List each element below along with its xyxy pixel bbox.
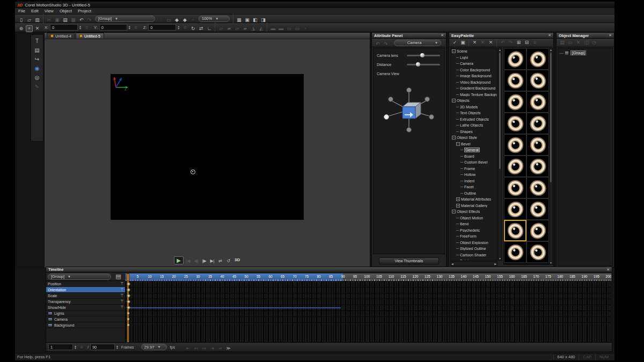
style-thumbnail-15[interactable]	[526, 198, 549, 220]
tree-item-cartoon-shader[interactable]: Cartoon Shader	[451, 252, 497, 258]
y-keyframe-icon[interactable]: ≡	[133, 24, 140, 31]
pin-icon[interactable]: ⊤	[120, 282, 123, 286]
tree-item-color-background[interactable]: Color Background	[451, 67, 497, 73]
tree-item-scene[interactable]: −Scene	[451, 48, 497, 55]
track-camera[interactable]: Camera	[46, 316, 125, 322]
paint-object-icon[interactable]: ◆	[173, 17, 180, 24]
tree-item-facet[interactable]: Facet	[451, 184, 497, 190]
tree-item-video-background[interactable]: Video Background	[451, 79, 497, 86]
attribute-category-dropdown[interactable]: Camera ▼	[394, 40, 441, 46]
slider-thumb[interactable]	[420, 53, 425, 57]
style-thumbnail-12[interactable]	[504, 177, 526, 198]
space-h-icon[interactable]: ▭	[286, 25, 292, 32]
timeline-grid[interactable]	[126, 281, 611, 342]
collapse-icon[interactable]: −	[452, 210, 456, 213]
next-attribute-icon[interactable]: ↷	[382, 41, 389, 48]
tree-item-frame[interactable]: Frame	[451, 166, 497, 172]
object-pick-cursor[interactable]	[191, 169, 195, 174]
align-top-icon[interactable]: ▰	[241, 25, 248, 32]
fps-dropdown[interactable]: 29.97▼	[141, 344, 167, 350]
delete-all-icon[interactable]: ✕	[487, 39, 494, 46]
ungroup-icon[interactable]: ▭	[567, 39, 574, 46]
track-lights[interactable]: Lights	[46, 311, 125, 316]
timeline-ruler[interactable]: 5101520253035404550556065707580859095100…	[126, 274, 611, 281]
tree-item-3d-models[interactable]: 3D Models	[451, 104, 497, 110]
track-show-hide[interactable]: Show/Hide⊤	[46, 305, 125, 311]
delete-icon[interactable]: ✕	[575, 39, 582, 46]
collapse-icon[interactable]: −	[456, 142, 460, 146]
prev-key-icon[interactable]: ↤	[193, 345, 200, 352]
toggle-attributes-icon[interactable]: ▤	[115, 273, 122, 280]
timeline-object-dropdown[interactable]: [Group]▼	[48, 274, 111, 280]
track-background[interactable]: Background	[46, 322, 125, 328]
z-input[interactable]: 0	[148, 24, 176, 31]
mode-3d-button[interactable]: 3D	[235, 257, 240, 262]
track-scale[interactable]: Scale⊤	[46, 293, 125, 299]
style-thumbnail-14[interactable]	[504, 198, 526, 220]
tree-item-text-objects[interactable]: Text Objects	[451, 110, 497, 116]
link-object-icon[interactable]: ◌	[157, 17, 164, 24]
close-icon[interactable]: ✕	[606, 268, 610, 272]
copy-icon[interactable]: ▣	[54, 17, 61, 24]
rotate-cw-icon[interactable]: ↻	[189, 25, 196, 32]
resize-tool-icon[interactable]: ✕	[34, 25, 41, 32]
tree-item-bend[interactable]: Bend	[451, 221, 497, 227]
undo-icon[interactable]: ↶	[499, 39, 506, 46]
lock-icon[interactable]: ◫	[583, 39, 590, 46]
pin-icon[interactable]: ⊤	[120, 299, 123, 304]
export-icon[interactable]: ⊟	[523, 39, 530, 46]
menu-view[interactable]: View	[45, 9, 54, 13]
style-thumbnail-18[interactable]	[504, 241, 526, 263]
prev-attribute-icon[interactable]: ↶	[374, 41, 381, 48]
camera-lens-slider[interactable]	[407, 55, 440, 56]
paste-icon[interactable]: ▦	[70, 17, 77, 24]
tree-item-camera[interactable]: Camera	[451, 61, 497, 67]
tree-item-general[interactable]: General	[451, 147, 497, 153]
pin-icon[interactable]: ⊤	[120, 293, 123, 298]
next-frame-button[interactable]: |▶	[201, 257, 208, 264]
menu-object[interactable]: Object	[60, 9, 72, 13]
jump-icon[interactable]: ⇒	[217, 345, 224, 352]
style-thumbnail-5[interactable]	[526, 91, 549, 113]
tab-untitled-4[interactable]: Untitled-4	[47, 33, 75, 39]
style-thumbnail-2[interactable]	[504, 70, 526, 91]
keyframe-marker[interactable]	[127, 318, 129, 320]
options-icon[interactable]: ≡	[531, 39, 538, 46]
close-icon[interactable]: ✕	[609, 33, 612, 38]
redo-icon[interactable]: ↷	[507, 39, 514, 46]
style-thumbnail-8[interactable]	[504, 134, 526, 156]
style-thumbnail-0[interactable]	[504, 48, 526, 70]
close-icon[interactable]: ✕	[548, 33, 551, 38]
expand-icon[interactable]: +	[456, 197, 460, 201]
track-transparency[interactable]: Transparency⊤	[46, 299, 125, 305]
style-thumbnail-13[interactable]	[526, 177, 549, 198]
text-tool-icon[interactable]: T	[34, 38, 41, 45]
object-select-dropdown[interactable]: [Group]▼	[95, 16, 155, 22]
pan-tool-icon[interactable]: ⊛	[18, 25, 25, 32]
tree-item-stylized-outline[interactable]: Stylized Outline	[451, 246, 497, 252]
style-thumbnail-17[interactable]	[526, 220, 549, 241]
view-thumbnails-button[interactable]: View Thumbnails	[379, 257, 439, 264]
merge-object-icon[interactable]: ▭	[165, 17, 172, 24]
rotate-axis-icon[interactable]: ⇄	[197, 25, 204, 32]
slider-thumb[interactable]	[416, 62, 420, 67]
keyframe-marker[interactable]	[127, 312, 129, 314]
z-keyframe-icon[interactable]: ≡	[181, 24, 188, 31]
frame-spinner[interactable]: ▲▼	[74, 345, 77, 349]
collapse-icon[interactable]: −	[452, 99, 456, 102]
menu-project[interactable]: Project	[78, 9, 91, 13]
motion-path-tool-icon[interactable]: ↪	[34, 56, 41, 63]
collapse-icon[interactable]: −	[452, 136, 456, 139]
keyframe-marker[interactable]	[127, 324, 129, 326]
tree-item-twist[interactable]: Twist	[451, 258, 497, 261]
scene-canvas[interactable]: x	[111, 74, 304, 220]
tree-item-bevel[interactable]: −Bevel	[451, 141, 497, 147]
total-frames-spinner[interactable]: ▲▼	[116, 345, 119, 349]
style-thumbnail-9[interactable]	[526, 134, 549, 156]
style-thumbnail-3[interactable]	[526, 70, 549, 91]
last-frame-button[interactable]: ▶|	[209, 257, 216, 264]
tree-scrollbar[interactable]: ▲▼	[498, 48, 502, 261]
style-thumbnail-1[interactable]	[526, 48, 549, 70]
edit-object-tool-icon[interactable]: ✎	[34, 83, 41, 90]
pin-icon[interactable]: ⊤	[120, 287, 123, 292]
